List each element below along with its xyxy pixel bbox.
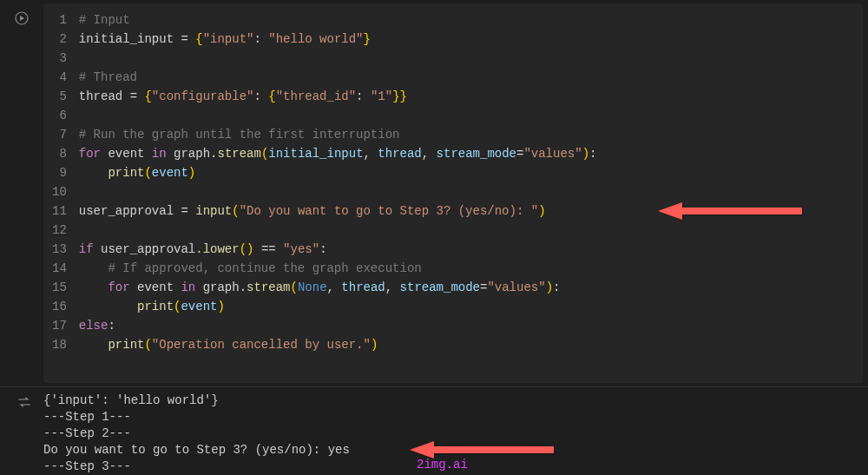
code-line[interactable]: for event in graph.stream(None, thread, … <box>79 278 863 297</box>
line-number: 2 <box>52 30 67 49</box>
output-area: {'input': 'hello world'}---Step 1------S… <box>0 386 868 475</box>
line-number: 1 <box>52 10 67 30</box>
code-line[interactable]: for event in graph.stream(initial_input,… <box>79 144 863 163</box>
line-number: 11 <box>52 201 67 221</box>
code-line[interactable]: user_approval = input("Do you want to go… <box>79 201 863 221</box>
code-line[interactable]: thread = {"configurable": {"thread_id": … <box>79 87 863 106</box>
code-line[interactable] <box>79 221 863 240</box>
line-number: 5 <box>52 87 67 106</box>
output-content: {'input': 'hello world'}---Step 1------S… <box>43 393 863 475</box>
editor-area: 123456789101112131415161718 # Inputiniti… <box>0 0 868 386</box>
code-content[interactable]: # Inputinitial_input = {"input": "hello … <box>79 10 863 376</box>
code-cell[interactable]: 123456789101112131415161718 # Inputiniti… <box>43 3 863 383</box>
line-number: 15 <box>52 278 67 297</box>
code-line[interactable]: print("Operation cancelled by user.") <box>79 335 863 354</box>
output-line: ---Step 1--- <box>43 409 863 426</box>
code-line[interactable] <box>79 49 863 68</box>
run-cell-button[interactable] <box>12 9 31 28</box>
line-number: 16 <box>52 297 67 316</box>
output-line: {'input': 'hello world'} <box>43 393 863 409</box>
line-number: 13 <box>52 240 67 259</box>
code-line[interactable]: print(event) <box>79 297 863 316</box>
code-line[interactable]: print(event) <box>79 163 863 182</box>
output-line: ---Step 2--- <box>43 426 863 442</box>
watermark: 2img.ai <box>417 457 468 473</box>
code-line[interactable]: initial_input = {"input": "hello world"} <box>79 30 863 49</box>
code-line[interactable]: if user_approval.lower() == "yes": <box>79 240 863 259</box>
line-number-gutter: 123456789101112131415161718 <box>43 10 79 376</box>
line-number: 4 <box>52 68 67 87</box>
output-gutter <box>5 393 43 475</box>
line-number: 8 <box>52 144 67 163</box>
line-number: 12 <box>52 221 67 240</box>
line-number: 18 <box>52 335 67 354</box>
line-number: 7 <box>52 125 67 144</box>
line-number: 17 <box>52 316 67 335</box>
line-number: 3 <box>52 49 67 68</box>
code-line[interactable]: # Input <box>79 10 863 30</box>
code-line[interactable] <box>79 182 863 201</box>
rerun-icon[interactable] <box>16 394 32 475</box>
editor-gutter <box>0 0 43 386</box>
code-line[interactable]: # Thread <box>79 68 863 87</box>
code-line[interactable]: # If approved, continue the graph execut… <box>79 259 863 278</box>
line-number: 14 <box>52 259 67 278</box>
code-line[interactable] <box>79 106 863 125</box>
line-number: 6 <box>52 106 67 125</box>
line-number: 10 <box>52 182 67 201</box>
line-number: 9 <box>52 163 67 182</box>
code-line[interactable]: # Run the graph until the first interrup… <box>79 125 863 144</box>
play-icon <box>15 11 29 25</box>
code-line[interactable]: else: <box>79 316 863 335</box>
